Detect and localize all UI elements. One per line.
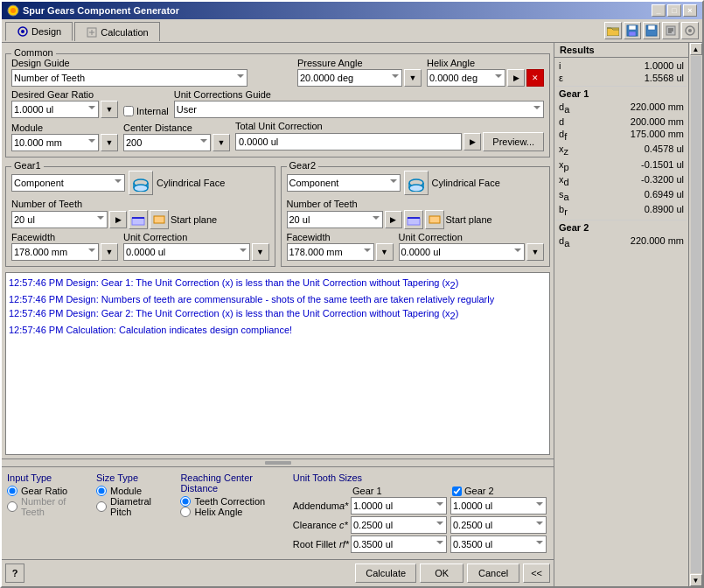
svg-point-24 <box>409 185 423 192</box>
pressure-angle-select[interactable]: 20.0000 deg <box>297 69 402 87</box>
gear2-teeth-select[interactable]: 20 ul <box>287 211 383 228</box>
helix-angle-select[interactable]: 0.0000 deg <box>427 69 505 87</box>
gear1-face-icon[interactable] <box>129 171 153 195</box>
gear1-teeth-select[interactable]: 20 ul <box>11 211 108 228</box>
minimize-button[interactable]: _ <box>652 4 666 17</box>
gear-ratio-col: Desired Gear Ratio 1.0000 ul ▼ <box>11 89 118 118</box>
toolbar-buttons <box>604 22 699 39</box>
preview-button[interactable]: Preview... <box>483 132 544 151</box>
helix-angle-btn1[interactable]: ▶ <box>507 69 525 87</box>
clearance-gear1-select[interactable]: 0.2500 ul <box>351 516 447 534</box>
scroll-up-arrow[interactable]: ▲ <box>690 43 702 55</box>
root-fillet-gear2-select[interactable]: 0.3500 ul <box>450 536 547 553</box>
result-eps: ε 1.5568 ul <box>556 72 687 84</box>
module-expand[interactable]: ▼ <box>101 134 118 151</box>
maximize-button[interactable]: □ <box>667 4 681 17</box>
input-type-gear-ratio: Gear Ratio <box>7 486 79 496</box>
row-design-guide: Design Guide Number of Teeth Pressure An… <box>11 58 544 87</box>
reaching-teeth-label: Teeth Correction <box>194 496 265 507</box>
save-button[interactable] <box>624 22 641 39</box>
gear1-plane-btn[interactable] <box>150 210 169 229</box>
gear-ratio-select[interactable]: 1.0000 ul <box>11 101 99 118</box>
settings1-icon <box>665 24 677 37</box>
addendum-gear2-select[interactable]: 1.0000 ul <box>450 497 547 514</box>
module-select[interactable]: 10.000 mm <box>11 134 99 151</box>
results-scrollbar[interactable]: ▲ ▼ <box>688 43 702 586</box>
gear1-component-select[interactable]: Component <box>11 174 125 192</box>
gear1-facewidth-select[interactable]: 178.000 mm <box>11 243 99 261</box>
gear2-component-select[interactable]: Component <box>287 174 401 192</box>
module-label: Module <box>11 122 118 133</box>
results-scroll[interactable]: i 1.0000 ul ε 1.5568 ul Gear 1 da 220.00 <box>554 58 688 582</box>
gear2-teeth-input-group: 20 ul ▶ Start plane <box>287 210 545 229</box>
open-button[interactable] <box>604 22 622 39</box>
size-type-module-radio[interactable] <box>96 486 107 496</box>
input-type-teeth-label: Number of Teeth <box>21 496 79 517</box>
help-button[interactable]: ? <box>5 564 24 583</box>
save-as-button[interactable] <box>643 22 660 39</box>
center-distance-expand[interactable]: ▼ <box>213 134 230 151</box>
total-unit-correction-btn[interactable]: ▶ <box>464 133 481 150</box>
pressure-angle-label: Pressure Angle <box>297 58 422 68</box>
row-module: Module 10.000 mm ▼ Center Distance <box>11 121 544 151</box>
reaching-teeth-radio[interactable] <box>180 496 191 507</box>
gear1-unit-correction-expand[interactable]: ▼ <box>252 243 269 261</box>
settings1-button[interactable] <box>662 22 680 39</box>
gear-ratio-expand[interactable]: ▼ <box>101 101 118 118</box>
size-type-diametral-radio[interactable] <box>96 501 107 512</box>
ok-button[interactable]: OK <box>420 564 464 583</box>
pressure-angle-expand[interactable]: ▼ <box>404 69 422 87</box>
design-guide-select[interactable]: Number of Teeth <box>11 69 247 87</box>
gear2-checkbox[interactable] <box>452 486 462 496</box>
clearance-row: Clearance c* 0.2500 ul <box>293 515 548 535</box>
gear2-face-label: Cylindrical Face <box>432 178 500 188</box>
gear2-unit-correction-expand[interactable]: ▼ <box>526 243 544 261</box>
root-fillet-gear1-select[interactable]: 0.3500 ul <box>351 536 447 553</box>
close-button[interactable]: × <box>683 4 697 17</box>
gear2-teeth-expand[interactable]: ▶ <box>385 211 402 228</box>
tab-design[interactable]: Design <box>5 22 73 41</box>
result-gear1-xd: xd -0.3200 ul <box>556 173 687 188</box>
center-distance-select[interactable]: 200 <box>123 134 211 151</box>
input-type-group: Input Type Gear Ratio Number of Teeth <box>7 472 79 554</box>
scroll-down-arrow[interactable]: ▼ <box>690 574 702 586</box>
gear1-teeth-expand[interactable]: ▶ <box>109 211 127 228</box>
gear2-facewidth-label: Facewidth <box>287 232 394 242</box>
common-label: Common <box>11 47 56 58</box>
expand-button[interactable]: << <box>523 564 550 583</box>
addendum-gear1-select[interactable]: 1.0000 ul <box>351 497 447 514</box>
reaching-helix-radio[interactable] <box>180 507 191 517</box>
unit-corrections-select[interactable]: User <box>174 101 544 118</box>
gear1-facewidth-col: Facewidth 178.000 mm ▼ <box>11 232 118 261</box>
gear2-plane-icon[interactable] <box>404 210 423 229</box>
gear1-unit-correction-col: Unit Correction 0.0000 ul ▼ <box>123 232 269 261</box>
splitter-handle <box>265 461 291 465</box>
helix-angle-col: Helix Angle 0.0000 deg ▶ ✕ <box>427 58 544 87</box>
gear1-teeth-label: Number of Teeth <box>11 199 269 209</box>
gear2-facewidth-select[interactable]: 178.000 mm <box>287 243 374 261</box>
settings2-button[interactable] <box>681 22 699 39</box>
design-icon <box>17 25 29 38</box>
input-type-gear-ratio-radio[interactable] <box>7 486 17 496</box>
gear1-facewidth-expand[interactable]: ▼ <box>101 243 118 261</box>
cancel-button[interactable]: Cancel <box>467 564 519 583</box>
reaching-label: Reaching Center Distance <box>180 472 275 494</box>
input-type-teeth-radio[interactable] <box>7 501 17 512</box>
folder-open-icon <box>607 25 619 36</box>
gear1-plane-icon[interactable] <box>129 210 148 229</box>
unit-corrections-label: Unit Corrections Guide <box>174 89 544 100</box>
gear2-facewidth-expand[interactable]: ▼ <box>376 243 394 261</box>
calculate-button[interactable]: Calculate <box>355 564 416 583</box>
internal-checkbox[interactable] <box>123 106 134 116</box>
tab-calculation[interactable]: Calculation <box>74 22 159 41</box>
gear1-unit-correction-select[interactable]: 0.0000 ul <box>123 243 250 261</box>
reaching-group: Reaching Center Distance Teeth Correctio… <box>180 472 275 554</box>
gear2-unit-correction-select[interactable]: 0.0000 ul <box>399 243 526 261</box>
clearance-gear2-select[interactable]: 0.2500 ul <box>450 516 547 534</box>
gear2-plane-btn[interactable] <box>425 210 444 229</box>
gear2-face-icon[interactable] <box>404 171 429 195</box>
helix-angle-btn2[interactable]: ✕ <box>526 69 544 87</box>
splitter[interactable] <box>2 458 554 467</box>
results-inner: Results i 1.0000 ul ε 1.5568 ul <box>554 43 688 586</box>
gear2-teeth-col: Number of Teeth 20 ul ▶ <box>287 199 545 229</box>
